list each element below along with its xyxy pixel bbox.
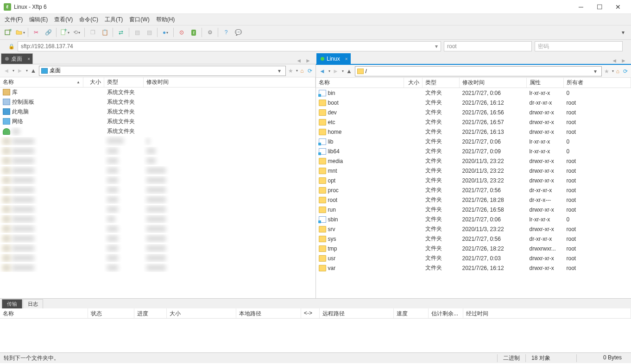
copy-icon[interactable]: ❐ xyxy=(88,27,98,38)
back-icon[interactable]: ◄ xyxy=(318,67,327,76)
list-item[interactable]: proc文件夹2021/7/27, 0:56dr-xr-xr-xroot xyxy=(316,185,631,195)
tab-log[interactable]: 日志 xyxy=(23,299,43,308)
list-item[interactable]: xxxxxxxxxxxxxxxxxxx xyxy=(0,175,316,185)
list-item[interactable]: xxxxxxxxxxxxxxxxxxx xyxy=(0,253,316,263)
list-item[interactable]: xxxxxxxxre -xxxxxxx xyxy=(0,214,316,224)
address-input[interactable]: sftp://192.168.137.74 ▾ xyxy=(18,41,441,51)
list-item[interactable]: boot文件夹2021/7/26, 16:12dr-xr-xr-xroot xyxy=(316,98,631,107)
sync-icon[interactable]: ⟲▾ xyxy=(71,27,82,38)
transfer-icon[interactable]: ⇄ xyxy=(116,27,126,38)
list-item[interactable]: xxxxxxxxxxxxxxxxxxx xyxy=(0,243,316,253)
list-item[interactable]: xxxxxxxxxxxxxxxxxxx xyxy=(0,165,316,175)
local-file-list[interactable]: 名称▲ 大小 类型 修改时间 库系统文件夹控制面板系统文件夹此电脑系统文件夹网络… xyxy=(0,77,316,298)
tcol-name[interactable]: 名称 xyxy=(0,308,88,318)
menu-view[interactable]: 查看(V) xyxy=(54,16,73,24)
list-item[interactable]: tmp文件夹2021/7/26, 18:22drwxrwxr...root xyxy=(316,244,631,253)
list-item[interactable]: xxxxxxxxxxxxxxxxxxx xyxy=(0,233,316,243)
tab-next-icon[interactable]: ► xyxy=(621,57,626,64)
list-item[interactable]: root文件夹2021/7/26, 18:28dr-xr-x---root xyxy=(316,195,631,205)
maximize-button[interactable]: ☐ xyxy=(590,0,609,14)
col-owner[interactable]: 所有者 xyxy=(564,78,631,88)
list-item[interactable]: xxxxxxxxxxxxxxxxxxx xyxy=(0,195,316,204)
col-name[interactable]: 名称 xyxy=(316,78,404,88)
close-icon[interactable]: × xyxy=(345,56,348,62)
list-item[interactable]: run文件夹2021/7/26, 16:58drwxr-xr-xroot xyxy=(316,205,631,214)
forward-icon[interactable]: ► xyxy=(15,66,25,75)
list-item[interactable]: var文件夹2021/7/26, 16:12drwxr-xr-xroot xyxy=(316,263,631,273)
col-type[interactable]: 类型 xyxy=(104,77,144,87)
list-item[interactable]: lib64文件夹2021/7/27, 0:09lr-xr-xr-x0 xyxy=(316,146,631,156)
user-input[interactable]: root xyxy=(444,41,532,51)
minimize-button[interactable]: ─ xyxy=(572,0,590,14)
tcol-eta[interactable]: 估计剩余... xyxy=(429,308,463,318)
list-item[interactable]: xxxxxxxxxxxxxxxxxxx xyxy=(0,263,316,272)
list-item[interactable]: 库系统文件夹 xyxy=(0,88,316,97)
up-icon[interactable]: ▲ xyxy=(29,66,38,75)
list-item[interactable]: 系统文件夹 xyxy=(0,126,316,136)
refresh-icon[interactable]: ⟳ xyxy=(622,68,629,75)
list-item[interactable]: srv文件夹2020/11/3, 23:22drwxr-xr-xroot xyxy=(316,224,631,234)
list-item[interactable]: xxxxxxxxxxxxxxxxxxx xyxy=(0,185,316,195)
list-item[interactable]: opt文件夹2020/11/3, 23:22drwxr-xr-xroot xyxy=(316,176,631,185)
open-folder-icon[interactable]: ▾ xyxy=(15,27,25,38)
list-item[interactable]: xxxxxxxxxxxx202 xyxy=(0,156,316,165)
tab-prev-icon[interactable]: ◄ xyxy=(296,57,302,64)
tcol-dir[interactable]: <-> xyxy=(301,308,320,318)
col-modified[interactable]: 修改时间 xyxy=(460,78,527,88)
list-item[interactable]: sbin文件夹2021/7/27, 0:06lr-xr-xr-x0 xyxy=(316,214,631,224)
tcol-remote[interactable]: 远程路径 xyxy=(320,308,394,318)
list-item[interactable]: home文件夹2021/7/26, 16:13drwxr-xr-xroot xyxy=(316,127,631,137)
local-path-input[interactable]: 桌面 ▾ xyxy=(39,66,286,76)
col-attr[interactable]: 属性 xyxy=(527,78,564,88)
tab-transfer[interactable]: 传输 xyxy=(2,299,22,308)
list-item[interactable]: mnt文件夹2020/11/3, 23:22drwxr-xr-xroot xyxy=(316,166,631,176)
close-button[interactable]: ✕ xyxy=(609,0,627,14)
list-item[interactable]: 控制面板系统文件夹 xyxy=(0,97,316,107)
tcol-local[interactable]: 本地路径 xyxy=(236,308,301,318)
red-swirl-icon[interactable]: ⊙ xyxy=(177,27,187,38)
password-input[interactable]: 密码 xyxy=(535,41,623,51)
chat-icon[interactable]: 💬 xyxy=(233,27,243,38)
col-type[interactable]: 类型 xyxy=(423,78,460,88)
reconnect-icon[interactable]: 🔗 xyxy=(43,27,53,38)
bookmark-icon[interactable]: ★ xyxy=(287,68,295,74)
toolbar-menu-icon[interactable]: ▾ xyxy=(618,27,628,38)
doc2-icon[interactable]: ▤ xyxy=(144,27,154,38)
menu-edit[interactable]: 编辑(E) xyxy=(29,16,48,24)
bookmark-icon[interactable]: ★ xyxy=(603,68,611,75)
list-item[interactable]: etc文件夹2021/7/26, 16:57drwxr-xr-xroot xyxy=(316,117,631,127)
col-name[interactable]: 名称▲ xyxy=(0,77,83,87)
list-item[interactable]: usr文件夹2021/7/27, 0:03drwxr-xr-xroot xyxy=(316,253,631,263)
remote-path-input[interactable]: / ▾ xyxy=(355,66,602,76)
list-item[interactable]: dev文件夹2021/7/26, 16:56drwxr-xr-xroot xyxy=(316,107,631,117)
list-item[interactable]: bin文件夹2021/7/27, 0:06lr-xr-xr-x0 xyxy=(316,88,631,98)
tab-next-icon[interactable]: ► xyxy=(305,57,311,64)
tcol-size[interactable]: 大小 xyxy=(167,308,236,318)
close-icon[interactable]: × xyxy=(27,56,30,62)
tcol-elapsed[interactable]: 经过时间 xyxy=(463,308,631,318)
help-icon[interactable]: ? xyxy=(221,27,231,38)
list-item[interactable]: xxxxxxxxxxxx202 xyxy=(0,146,316,156)
col-modified[interactable]: 修改时间 xyxy=(144,77,316,87)
new-session-icon[interactable]: + xyxy=(3,27,13,38)
list-item[interactable]: 此电脑系统文件夹 xyxy=(0,107,316,117)
list-item[interactable]: sys文件夹2021/7/27, 0:56dr-xr-xr-xroot xyxy=(316,234,631,244)
list-item[interactable]: 网络系统文件夹 xyxy=(0,117,316,126)
doc1-icon[interactable]: ▤ xyxy=(132,27,142,38)
menu-command[interactable]: 命令(C) xyxy=(79,16,98,24)
forward-icon[interactable]: ► xyxy=(331,67,341,76)
up-icon[interactable]: ▲ xyxy=(345,67,354,76)
tcol-speed[interactable]: 速度 xyxy=(394,308,429,318)
tcol-status[interactable]: 状态 xyxy=(88,308,134,318)
green-badge-icon[interactable]: ℓ xyxy=(189,27,199,38)
tab-local[interactable]: 桌面 × xyxy=(1,53,33,64)
tab-prev-icon[interactable]: ◄ xyxy=(612,57,617,64)
disconnect-icon[interactable]: ✂ xyxy=(31,27,41,38)
list-item[interactable]: xxxxxxxxxxxxxxxxxxx xyxy=(0,224,316,233)
tcol-progress[interactable]: 进度 xyxy=(134,308,167,318)
settings-icon[interactable]: ⚙ xyxy=(205,27,215,38)
menu-window[interactable]: 窗口(W) xyxy=(129,16,149,24)
paste-icon[interactable]: 📋 xyxy=(100,27,110,38)
list-item[interactable]: xxxxxxxxxxxxxxxxxxx xyxy=(0,204,316,214)
menu-tool[interactable]: 工具(T) xyxy=(105,16,123,24)
